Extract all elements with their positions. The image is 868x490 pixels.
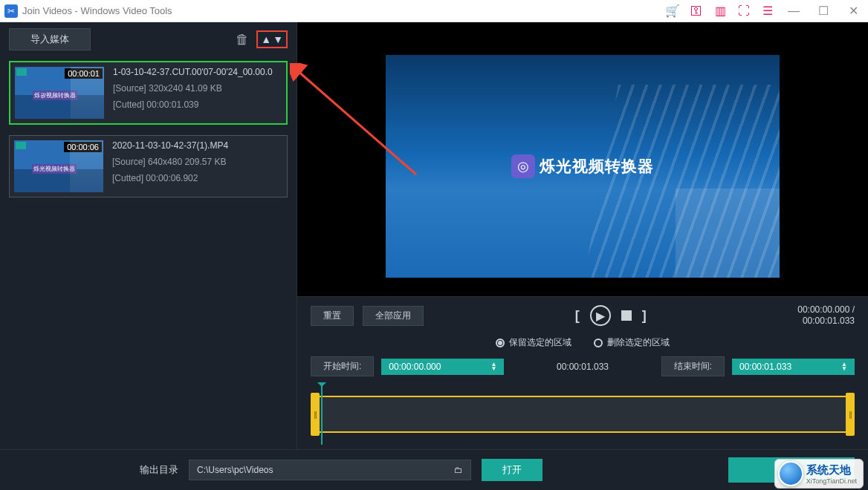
format-tag-icon bbox=[16, 68, 27, 76]
app-icon: ✂ bbox=[4, 4, 18, 18]
duration-display: 00:00:01.033 bbox=[511, 362, 653, 372]
time-current: 00:00:00.000 / bbox=[797, 304, 855, 316]
clip-source: [Source] 320x240 41.09 KB bbox=[113, 83, 282, 94]
bracket-end-icon[interactable]: ] bbox=[642, 308, 647, 324]
move-up-icon[interactable]: ▲ bbox=[261, 33, 271, 45]
key-icon[interactable]: ⚿ bbox=[688, 4, 705, 18]
controls-panel: 重置 全部应用 [ ▶ ] 00:00:00.000 / 00:00:01.03… bbox=[297, 296, 868, 449]
move-order-box: ▲ ▼ bbox=[256, 30, 288, 48]
time-range-row: 开始时间: 00:00:00.000 ▲▼ 00:00:01.033 结束时间:… bbox=[311, 356, 855, 376]
clip-meta: 1-03-10-42-37.CUT.00'07-00'24_00.00.0 [S… bbox=[113, 67, 282, 119]
folder-icon[interactable]: 🗀 bbox=[454, 465, 463, 475]
delete-region-label: 删除选定的区域 bbox=[607, 336, 670, 349]
spinner-icon[interactable]: ▲▼ bbox=[490, 362, 496, 371]
play-button[interactable]: ▶ bbox=[590, 305, 611, 326]
preview-area: ◎ 烁光视频转换器 bbox=[297, 22, 868, 296]
titlebar: ✂ Join Videos - Windows Video Tools 🛒 ⚿ … bbox=[0, 0, 868, 22]
watermark-sub: XiTongTianDi.net bbox=[806, 477, 857, 485]
menu-icon[interactable]: ☰ bbox=[760, 4, 776, 18]
app-body: 导入媒体 🗑 ▲ ▼ 00:00:01 烁광视频转换器 1-03-10-42-3… bbox=[0, 22, 868, 449]
apply-all-button[interactable]: 全部应用 bbox=[363, 306, 424, 326]
timeline-handle-end[interactable] bbox=[846, 393, 855, 436]
format-tag-icon bbox=[16, 142, 26, 149]
clip-filename: 1-03-10-42-37.CUT.00'07-00'24_00.00.0 bbox=[113, 67, 282, 77]
thumb-badge: 烁光视频转换器 bbox=[32, 164, 77, 174]
clip-cutted: [Cutted] 00:00:01.039 bbox=[113, 99, 282, 110]
thumb-badge: 烁광视频转换器 bbox=[33, 91, 77, 100]
keep-region-label: 保留选定的区域 bbox=[509, 336, 571, 349]
preview-logo-text: 烁光视频转换器 bbox=[540, 156, 654, 177]
time-total: 00:00:01.033 bbox=[797, 316, 855, 327]
stop-button[interactable] bbox=[621, 310, 632, 321]
spinner-icon[interactable]: ▲▼ bbox=[841, 362, 847, 371]
clip-item[interactable]: 00:00:01 烁광视频转换器 1-03-10-42-37.CUT.00'07… bbox=[9, 61, 288, 125]
start-time-label: 开始时间: bbox=[311, 356, 374, 376]
open-button[interactable]: 打开 bbox=[482, 459, 542, 481]
clip-cutted: [Cutted] 00:00:06.902 bbox=[112, 173, 282, 183]
clip-thumbnail: 00:00:01 烁광视频转换器 bbox=[15, 67, 104, 119]
output-path-value: C:\Users\pc\Videos bbox=[197, 465, 273, 475]
end-time-label: 结束时间: bbox=[661, 356, 725, 376]
layout-icon[interactable]: ▥ bbox=[712, 4, 728, 18]
clip-duration: 00:00:06 bbox=[64, 142, 102, 152]
trash-icon[interactable]: 🗑 bbox=[236, 32, 249, 48]
window-controls: — ☐ ✕ bbox=[779, 0, 868, 22]
radio-off-icon bbox=[594, 339, 603, 347]
output-path-input[interactable]: C:\Users\pc\Videos 🗀 bbox=[189, 460, 471, 480]
clip-item[interactable]: 00:00:06 烁光视频转换器 2020-11-03-10-42-37(1).… bbox=[9, 135, 288, 197]
close-button[interactable]: ✕ bbox=[838, 0, 868, 22]
globe-icon bbox=[778, 461, 803, 486]
clip-meta: 2020-11-03-10-42-37(1).MP4 [Source] 640x… bbox=[112, 140, 282, 192]
timeline-playhead[interactable] bbox=[321, 385, 323, 445]
delete-region-option[interactable]: 删除选定的区域 bbox=[594, 336, 670, 349]
clip-thumbnail: 00:00:06 烁光视频转换器 bbox=[14, 140, 103, 192]
timeline-handle-start[interactable] bbox=[311, 393, 320, 436]
reset-button[interactable]: 重置 bbox=[311, 306, 354, 326]
clip-source: [Source] 640x480 209.57 KB bbox=[112, 157, 282, 167]
bracket-start-icon[interactable]: [ bbox=[575, 308, 580, 324]
clip-filename: 2020-11-03-10-42-37(1).MP4 bbox=[112, 140, 282, 151]
maximize-button[interactable]: ☐ bbox=[809, 0, 838, 22]
timeline[interactable] bbox=[311, 387, 855, 439]
end-time-input[interactable]: 00:00:01.033 ▲▼ bbox=[732, 359, 855, 375]
main-panel: ◎ 烁光视频转换器 重置 全部应用 [ ▶ ] 00:00:00.000 / 0… bbox=[297, 22, 868, 449]
preview-logo-icon: ◎ bbox=[511, 154, 535, 178]
control-buttons-row: 重置 全部应用 [ ▶ ] 00:00:00.000 / 00:00:01.03… bbox=[311, 304, 855, 327]
timecode-display: 00:00:00.000 / 00:00:01.033 bbox=[797, 304, 855, 327]
radio-on-icon bbox=[496, 339, 505, 347]
import-media-button[interactable]: 导入媒体 bbox=[9, 28, 91, 50]
watermark-title: 系统天地 bbox=[806, 463, 857, 477]
clip-duration: 00:00:01 bbox=[65, 68, 103, 79]
clip-list: 00:00:01 烁광视频转换器 1-03-10-42-37.CUT.00'07… bbox=[0, 56, 297, 202]
titlebar-tools: 🛒 ⚿ ▥ ⛶ ☰ bbox=[664, 4, 776, 18]
bottom-bar: 输出目录 C:\Users\pc\Videos 🗀 打开 bbox=[0, 449, 868, 490]
window-title: Join Videos - Windows Video Tools bbox=[22, 5, 664, 16]
outdir-label: 输出目录 bbox=[140, 463, 178, 477]
cart-icon[interactable]: 🛒 bbox=[664, 4, 681, 18]
start-time-value: 00:00:00.000 bbox=[389, 362, 441, 372]
sidebar: 导入媒体 🗑 ▲ ▼ 00:00:01 烁광视频转换器 1-03-10-42-3… bbox=[0, 22, 297, 449]
preview-watermark: ◎ 烁光视频转换器 bbox=[511, 154, 654, 178]
playback-controls: [ ▶ ] bbox=[433, 305, 788, 326]
site-watermark: 系统天地 XiTongTianDi.net bbox=[774, 459, 864, 489]
timeline-track[interactable] bbox=[317, 396, 849, 433]
preview-image: ◎ 烁光视频转换器 bbox=[386, 55, 780, 278]
sidebar-toolbar: 导入媒体 🗑 ▲ ▼ bbox=[0, 22, 297, 56]
sliders-icon[interactable]: ⛶ bbox=[736, 4, 752, 18]
minimize-button[interactable]: — bbox=[779, 0, 809, 22]
move-down-icon[interactable]: ▼ bbox=[273, 33, 283, 45]
region-mode-row: 保留选定的区域 删除选定的区域 bbox=[311, 336, 855, 349]
end-time-value: 00:00:01.033 bbox=[739, 362, 791, 372]
start-time-input[interactable]: 00:00:00.000 ▲▼ bbox=[381, 359, 504, 375]
keep-region-option[interactable]: 保留选定的区域 bbox=[496, 336, 571, 349]
